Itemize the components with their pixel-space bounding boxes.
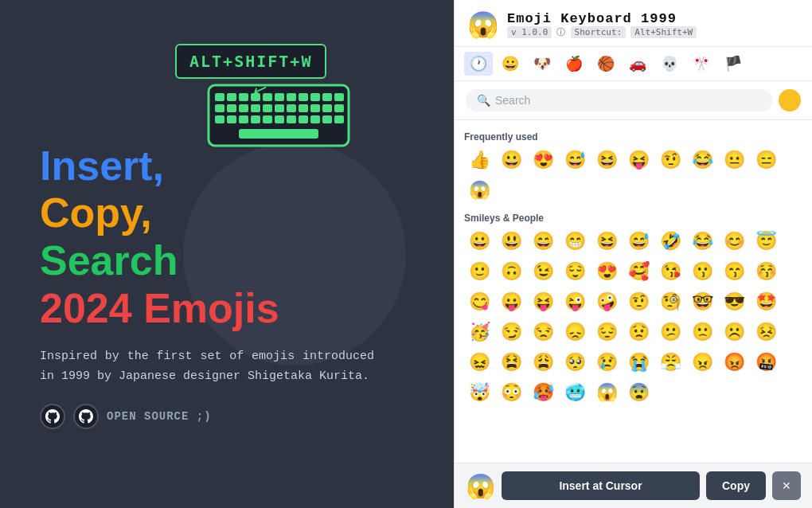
emoji-cell[interactable]: 😳 <box>496 378 526 407</box>
emoji-cell[interactable]: 🤨 <box>623 287 654 316</box>
github-icon-1[interactable] <box>40 404 65 429</box>
emoji-cell[interactable]: 😃 <box>496 227 526 256</box>
emoji-cell[interactable]: 🙃 <box>496 257 526 286</box>
emoji-cell[interactable]: 😍 <box>591 257 622 286</box>
emoji-cell[interactable]: 😑 <box>751 146 781 174</box>
emoji-cell[interactable]: 😉 <box>528 257 558 286</box>
emoji-cell[interactable]: 😂 <box>687 146 717 174</box>
emoji-cell[interactable]: 🥵 <box>528 378 558 407</box>
headline-search: Search <box>40 237 414 285</box>
emoji-cell[interactable]: 😩 <box>528 348 558 377</box>
emoji-cell[interactable]: 😖 <box>464 348 494 377</box>
emoji-cell[interactable]: 😤 <box>655 348 685 377</box>
svg-rect-7 <box>287 93 296 101</box>
emoji-cell[interactable]: 😀 <box>464 227 494 256</box>
emoji-cell[interactable]: 😞 <box>560 318 590 346</box>
emoji-cell[interactable]: 🤨 <box>655 146 685 174</box>
emoji-cell[interactable]: 😫 <box>496 348 526 377</box>
svg-rect-16 <box>263 104 272 112</box>
insert-button[interactable]: Insert at Cursor <box>502 471 700 500</box>
copy-button[interactable]: Copy <box>706 471 766 500</box>
smileys-grid: 😀😃😄😁😆😅🤣😂😊😇🙂🙃😉😌😍🥰😘😗😙😚😋😛😝😜🤪🤨🧐🤓😎🤩🥳😏😒😞😔😟😕🙁☹️… <box>464 227 802 407</box>
tab-flags[interactable]: 🏴 <box>719 52 748 76</box>
emoji-body[interactable]: Frequently used 👍😀😍😅😆😝🤨😂😐😑😱 Smileys & Pe… <box>455 120 812 463</box>
right-panel: 😱 Emoji Keyboard 1999 v 1.0.0 ⓘ Shortcut… <box>454 0 812 508</box>
emoji-cell[interactable]: 😐 <box>719 146 749 174</box>
close-button[interactable]: ✕ <box>772 471 801 500</box>
emoji-cell[interactable]: 😘 <box>655 257 685 286</box>
emoji-cell[interactable]: 😣 <box>751 318 781 346</box>
emoji-cell[interactable]: 🧐 <box>655 287 685 316</box>
skin-tone-picker[interactable] <box>779 89 801 111</box>
emoji-cell[interactable]: 😗 <box>687 257 717 286</box>
emoji-cell[interactable]: 😒 <box>528 318 558 346</box>
emoji-cell[interactable]: 😢 <box>591 348 622 377</box>
emoji-cell[interactable]: 🤓 <box>687 287 717 316</box>
emoji-cell[interactable]: 😀 <box>496 146 526 174</box>
github-icon-2[interactable] <box>73 404 99 429</box>
tab-objects[interactable]: 💀 <box>655 52 684 76</box>
svg-rect-25 <box>239 115 248 123</box>
emoji-cell[interactable]: 😅 <box>623 227 654 256</box>
emoji-cell[interactable]: 😝 <box>528 287 558 316</box>
search-area: 🔍 Search <box>455 81 812 120</box>
emoji-cell[interactable]: 😍 <box>528 146 558 174</box>
tab-symbols[interactable]: 🎌 <box>687 52 716 76</box>
emoji-cell[interactable]: 😨 <box>623 378 654 407</box>
emoji-cell[interactable]: 😕 <box>655 318 685 346</box>
emoji-cell[interactable]: 😌 <box>560 257 590 286</box>
emoji-cell[interactable]: 🥶 <box>560 378 590 407</box>
emoji-cell[interactable]: 😙 <box>719 257 749 286</box>
emoji-cell[interactable]: 😇 <box>751 227 781 256</box>
emoji-cell[interactable]: 🤬 <box>751 348 781 377</box>
emoji-cell[interactable]: 🤪 <box>591 287 622 316</box>
tab-food[interactable]: 🍎 <box>560 52 588 76</box>
emoji-cell[interactable]: 😂 <box>687 227 717 256</box>
shortcut-badge: ALT+SHIFT+W <box>175 44 326 79</box>
emoji-cell[interactable]: 😟 <box>623 318 654 346</box>
emoji-cell[interactable]: 🥰 <box>623 257 654 286</box>
emoji-cell[interactable]: 😁 <box>560 227 590 256</box>
emoji-cell[interactable]: 😜 <box>560 287 590 316</box>
svg-rect-20 <box>310 104 320 112</box>
emoji-cell[interactable]: 😛 <box>496 287 526 316</box>
emoji-cell[interactable]: 😆 <box>591 227 622 256</box>
emoji-cell[interactable]: 😡 <box>719 348 749 377</box>
svg-rect-34 <box>239 129 318 139</box>
emoji-cell[interactable]: 😎 <box>719 287 749 316</box>
svg-rect-13 <box>227 104 236 112</box>
emoji-cell[interactable]: 😔 <box>591 318 622 346</box>
emoji-cell[interactable]: 😅 <box>560 146 590 174</box>
tab-animals[interactable]: 🐶 <box>528 52 556 76</box>
emoji-cell[interactable]: 😭 <box>623 348 654 377</box>
emoji-cell[interactable]: 😱 <box>591 378 622 407</box>
emoji-cell[interactable]: 🙂 <box>464 257 494 286</box>
emoji-cell[interactable]: 😠 <box>687 348 717 377</box>
svg-rect-12 <box>215 104 224 112</box>
emoji-cell[interactable]: 👍 <box>464 146 494 174</box>
app-emoji-icon: 😱 <box>467 10 499 40</box>
emoji-cell[interactable]: 🤣 <box>655 227 685 256</box>
tab-smileys[interactable]: 😀 <box>496 52 525 76</box>
search-box[interactable]: 🔍 Search <box>466 89 772 111</box>
emoji-cell[interactable]: 😆 <box>591 146 622 174</box>
emoji-cell[interactable]: ☹️ <box>719 318 749 346</box>
tab-recent[interactable]: 🕐 <box>464 52 493 76</box>
emoji-cell[interactable]: 😝 <box>623 146 654 174</box>
search-placeholder[interactable]: Search <box>495 94 761 107</box>
tab-activities[interactable]: 🏀 <box>591 52 620 76</box>
emoji-cell[interactable]: 🥺 <box>560 348 590 377</box>
emoji-cell[interactable]: 😏 <box>496 318 526 346</box>
tab-travel[interactable]: 🚗 <box>623 52 652 76</box>
emoji-cell[interactable]: 😄 <box>528 227 558 256</box>
emoji-cell[interactable]: 🙁 <box>687 318 717 346</box>
emoji-cell[interactable]: 😊 <box>719 227 749 256</box>
svg-rect-21 <box>322 104 332 112</box>
emoji-cell[interactable]: 🤩 <box>751 287 781 316</box>
emoji-cell[interactable]: 😚 <box>751 257 781 286</box>
emoji-cell[interactable]: 🥳 <box>464 318 494 346</box>
emoji-cell[interactable]: 😱 <box>464 176 494 205</box>
svg-rect-1 <box>215 93 224 101</box>
emoji-cell[interactable]: 🤯 <box>464 378 494 407</box>
emoji-cell[interactable]: 😋 <box>464 287 494 316</box>
